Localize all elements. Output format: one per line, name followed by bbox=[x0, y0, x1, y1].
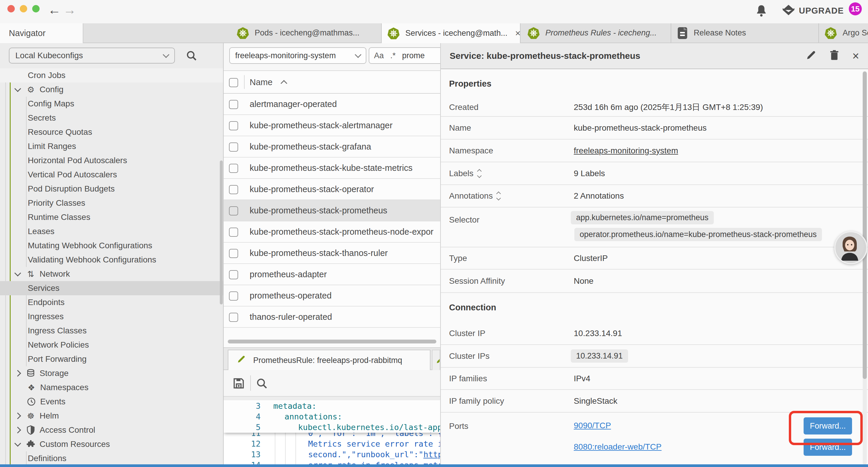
row-checkbox[interactable] bbox=[229, 185, 238, 194]
sidebar-item-port-forwarding[interactable]: Port Forwarding bbox=[0, 352, 223, 366]
sidebar-item-network-policies[interactable]: Network Policies bbox=[0, 338, 223, 352]
close-window-button[interactable] bbox=[7, 5, 15, 12]
row-checkbox[interactable] bbox=[229, 249, 238, 258]
editor-tab-prometheusrule[interactable]: PrometheusRule: freeleaps-prod-rabbitmq bbox=[228, 350, 430, 371]
table-row[interactable]: kube-prometheus-stack-prometheus-node-ex… bbox=[224, 222, 440, 243]
table-row[interactable]: alertmanager-operated bbox=[224, 94, 440, 115]
selector-badge[interactable]: app.kubernetes.io/name=prometheus bbox=[571, 211, 714, 224]
namespace-filter-select[interactable]: freeleaps-monitoring-system bbox=[229, 47, 366, 64]
sidebar-item-resource-quotas[interactable]: Resource Quotas bbox=[0, 125, 223, 139]
sidebar-item-config[interactable]: ⚙Config bbox=[0, 83, 223, 97]
column-header-name[interactable]: Name bbox=[250, 77, 272, 87]
table-row-selected[interactable]: kube-prometheus-stack-prometheus bbox=[224, 200, 440, 222]
save-icon[interactable] bbox=[232, 377, 246, 391]
yaml-editor[interactable]: 3metadata: 4annotations: 5kubectl.kubern… bbox=[224, 400, 440, 467]
table-row[interactable]: kube-prometheus-stack-grafana bbox=[224, 136, 440, 157]
partially-scrolled-line: 110", "for": "1m", "labels": { "service"… bbox=[224, 433, 440, 439]
row-checkbox[interactable] bbox=[229, 270, 238, 279]
match-case-icon[interactable]: Aa bbox=[374, 51, 384, 60]
sidebar-item-services[interactable]: Services bbox=[0, 281, 223, 295]
horizontal-scrollbar[interactable] bbox=[228, 340, 436, 344]
sidebar-item-config-maps[interactable]: Config Maps bbox=[0, 97, 223, 111]
row-checkbox[interactable] bbox=[229, 206, 238, 215]
table-row[interactable]: kube-prometheus-stack-alertmanager bbox=[224, 115, 440, 136]
section-properties: Properties bbox=[441, 69, 868, 98]
editor-tab-partial[interactable] bbox=[432, 350, 440, 371]
close-icon[interactable]: × bbox=[852, 50, 859, 62]
column-divider bbox=[244, 75, 245, 89]
list-search-input[interactable]: Aa .* prome bbox=[369, 47, 440, 64]
tab-prometheus-rules[interactable]: Prometheus Rules - icecheng... bbox=[522, 23, 671, 42]
forward-icon[interactable]: → bbox=[63, 2, 76, 17]
tab-release-notes[interactable]: Release Notes bbox=[671, 23, 819, 42]
editor-search-icon[interactable] bbox=[255, 377, 268, 391]
port-link[interactable]: 8080:reloader-web/TCP bbox=[574, 442, 661, 451]
sidebar-item-endpoints[interactable]: Endpoints bbox=[0, 295, 223, 310]
sidebar-item-access-control[interactable]: Access Control bbox=[0, 423, 223, 437]
close-tab-icon[interactable]: × bbox=[515, 28, 521, 39]
sidebar-item-limit-ranges[interactable]: Limit Ranges bbox=[0, 139, 223, 153]
navigator-panel-tab[interactable]: Navigator bbox=[0, 23, 83, 43]
clock-icon bbox=[26, 397, 37, 406]
minimize-window-button[interactable] bbox=[20, 5, 27, 12]
maximize-window-button[interactable] bbox=[32, 5, 39, 12]
sidebar-item-validating-webhook-configurations[interactable]: Validating Webhook Configurations bbox=[0, 253, 223, 267]
edit-pencil-icon[interactable] bbox=[806, 50, 816, 62]
row-checkbox[interactable] bbox=[229, 121, 238, 130]
kubeconfig-selector[interactable]: Local Kubeconfigs bbox=[9, 48, 175, 63]
services-table: alertmanager-operated kube-prometheus-st… bbox=[224, 94, 440, 328]
sidebar-item-horizontal-pod-autoscalers[interactable]: Horizontal Pod Autoscalers bbox=[0, 153, 223, 168]
select-all-checkbox[interactable] bbox=[229, 78, 238, 87]
row-checkbox[interactable] bbox=[229, 228, 238, 237]
notifications-bell-icon[interactable] bbox=[755, 4, 768, 19]
selector-badge[interactable]: operator.prometheus.io/name=kube-prometh… bbox=[574, 228, 822, 241]
back-icon[interactable]: ← bbox=[48, 2, 61, 17]
namespace-link[interactable]: freeleaps-monitoring-system bbox=[574, 146, 678, 155]
kubernetes-icon bbox=[527, 27, 540, 39]
row-checkbox[interactable] bbox=[229, 164, 238, 173]
row-checkbox[interactable] bbox=[229, 291, 238, 300]
row-checkbox[interactable] bbox=[229, 143, 238, 152]
sidebar-item-leases[interactable]: Leases bbox=[0, 224, 223, 238]
table-row[interactable]: prometheus-operated bbox=[224, 285, 440, 307]
regex-icon[interactable]: .* bbox=[390, 51, 396, 60]
sidebar-item-custom-resources[interactable]: Custom Resources bbox=[0, 437, 223, 451]
expand-collapse-icon[interactable] bbox=[497, 192, 500, 200]
sidebar-item-storage[interactable]: Storage bbox=[0, 366, 223, 380]
table-row[interactable]: kube-prometheus-stack-operator bbox=[224, 179, 440, 200]
sidebar-item-namespaces[interactable]: ❖Namespaces bbox=[0, 380, 223, 395]
upgrade-label[interactable]: UPGRADE bbox=[799, 6, 844, 16]
table-row[interactable]: prometheus-adapter bbox=[224, 264, 440, 285]
table-row[interactable]: kube-prometheus-stack-kube-state-metrics bbox=[224, 157, 440, 179]
sidebar-item-pod-disruption-budgets[interactable]: Pod Disruption Budgets bbox=[0, 182, 223, 196]
sidebar-scrollbar[interactable] bbox=[220, 160, 223, 304]
table-row[interactable]: kube-prometheus-stack-thanos-ruler bbox=[224, 243, 440, 264]
tab-argo[interactable]: Argo Se bbox=[819, 23, 868, 42]
sidebar-item-cron-jobs[interactable]: Cron Jobs bbox=[0, 68, 223, 83]
tab-services[interactable]: Services - icecheng@math... × bbox=[382, 23, 521, 43]
sidebar-item-network[interactable]: ⇅Network bbox=[0, 267, 223, 281]
sidebar-item-runtime-classes[interactable]: Runtime Classes bbox=[0, 210, 223, 224]
row-checkbox[interactable] bbox=[229, 313, 238, 322]
user-avatar[interactable] bbox=[834, 231, 867, 264]
code-link[interactable]: https://net bbox=[423, 450, 440, 459]
sidebar-item-ingresses[interactable]: Ingresses bbox=[0, 310, 223, 324]
table-row[interactable]: thanos-ruler-operated bbox=[224, 307, 440, 328]
expand-collapse-icon[interactable] bbox=[478, 170, 481, 177]
detail-scrollbar-thumb[interactable] bbox=[863, 71, 867, 379]
sidebar-item-ingress-classes[interactable]: Ingress Classes bbox=[0, 324, 223, 338]
sidebar-item-priority-classes[interactable]: Priority Classes bbox=[0, 196, 223, 210]
delete-trash-icon[interactable] bbox=[829, 50, 839, 62]
sidebar-item-vertical-pod-autoscalers[interactable]: Vertical Pod Autoscalers bbox=[0, 168, 223, 182]
sidebar-item-secrets[interactable]: Secrets bbox=[0, 111, 223, 125]
tab-pods[interactable]: Pods - icecheng@mathmas... bbox=[231, 23, 382, 42]
sidebar-item-definitions[interactable]: Definitions bbox=[0, 451, 223, 466]
sidebar-search-icon[interactable] bbox=[186, 50, 197, 63]
upgrade-icon[interactable] bbox=[781, 4, 796, 20]
row-checkbox[interactable] bbox=[229, 100, 238, 109]
sidebar-item-helm[interactable]: ☸Helm bbox=[0, 409, 223, 423]
sidebar-item-events[interactable]: Events bbox=[0, 395, 223, 409]
port-link[interactable]: 9090/TCP bbox=[574, 421, 611, 430]
sidebar-item-mutating-webhook-configurations[interactable]: Mutating Webhook Configurations bbox=[0, 238, 223, 253]
notification-count-badge[interactable]: 15 bbox=[849, 2, 862, 16]
